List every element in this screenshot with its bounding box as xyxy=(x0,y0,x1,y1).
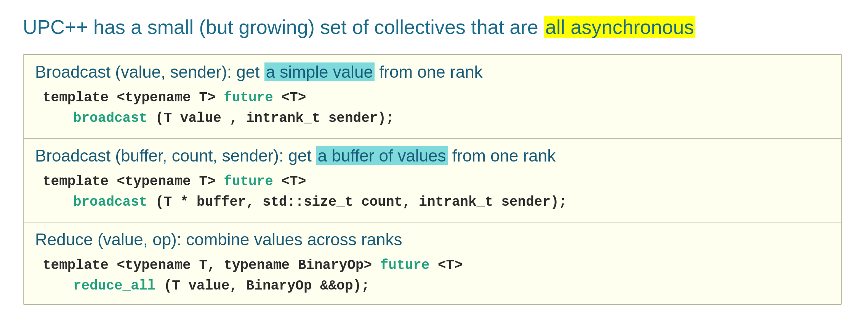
section2-title-before: Broadcast (buffer, count, sender): get xyxy=(35,146,316,165)
code-block-1: template <typename T> future <T> broadca… xyxy=(35,88,830,129)
code1-line2: broadcast (T value , intrank_t sender); xyxy=(43,108,830,129)
code1-broadcast: broadcast xyxy=(73,110,147,126)
title-highlight: all asynchronous xyxy=(544,16,695,38)
code2-line1: template <typename T> future <T> xyxy=(43,171,830,192)
code2-future: future xyxy=(224,174,273,189)
title-text-before: UPC++ has a small (but growing) set of c… xyxy=(23,16,544,38)
code3-reduce: reduce_all xyxy=(73,278,155,294)
content-box: Broadcast (value, sender): get a simple … xyxy=(23,54,842,305)
code1-template: template <typename T> xyxy=(43,90,224,106)
section-title-3: Reduce (value, op): combine values acros… xyxy=(35,230,830,249)
code3-line2: reduce_all (T value, BinaryOp &&op); xyxy=(43,276,830,296)
code1-t: <T> xyxy=(273,90,306,106)
code3-params: (T value, BinaryOp &&op); xyxy=(155,278,370,294)
code3-line1: template <typename T, typename BinaryOp>… xyxy=(43,255,830,276)
code2-params: (T * buffer, std::size_t count, intrank_… xyxy=(147,194,567,210)
code2-t: <T> xyxy=(273,174,306,189)
code1-params: (T value , intrank_t sender); xyxy=(147,110,394,126)
code3-template: template <typename T, typename BinaryOp> xyxy=(43,258,380,273)
code2-line2: broadcast (T * buffer, std::size_t count… xyxy=(43,192,830,213)
section-broadcast-buffer: Broadcast (buffer, count, sender): get a… xyxy=(24,139,841,222)
section1-title-before: Broadcast (value, sender): get xyxy=(35,62,264,81)
code3-future: future xyxy=(380,258,430,273)
code-block-3: template <typename T, typename BinaryOp>… xyxy=(35,255,830,296)
section-title-1: Broadcast (value, sender): get a simple … xyxy=(35,62,830,82)
code3-t: <T> xyxy=(429,258,462,273)
section-title-2: Broadcast (buffer, count, sender): get a… xyxy=(35,146,830,165)
section2-title-highlight: a buffer of values xyxy=(316,146,448,165)
section1-title-after: from one rank xyxy=(375,62,483,81)
section-broadcast-value: Broadcast (value, sender): get a simple … xyxy=(24,55,841,139)
code-block-2: template <typename T> future <T> broadca… xyxy=(35,171,830,213)
section3-title: Reduce (value, op): combine values acros… xyxy=(35,230,402,249)
code1-line1: template <typename T> future <T> xyxy=(43,88,830,108)
code2-template: template <typename T> xyxy=(43,174,224,189)
code2-broadcast: broadcast xyxy=(73,194,147,210)
code1-future: future xyxy=(224,90,273,106)
page-title: UPC++ has a small (but growing) set of c… xyxy=(23,15,695,39)
section2-title-after: from one rank xyxy=(448,146,556,165)
section1-title-highlight: a simple value xyxy=(264,62,375,81)
section-reduce-value: Reduce (value, op): combine values acros… xyxy=(24,222,841,305)
